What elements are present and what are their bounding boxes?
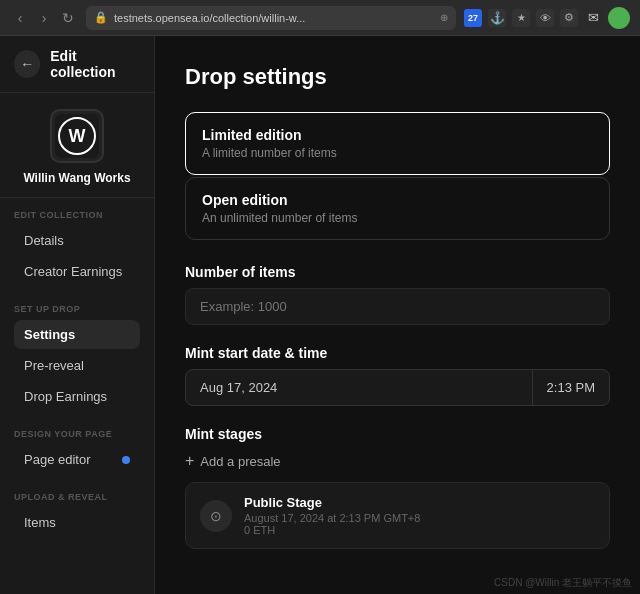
sidebar-item-pre-reveal[interactable]: Pre-reveal [14, 351, 140, 380]
number-of-items-input[interactable] [185, 288, 610, 325]
sidebar-item-settings[interactable]: Settings [14, 320, 140, 349]
limited-edition-desc: A limited number of items [202, 146, 593, 160]
main-content: Drop settings Limited edition A limited … [155, 36, 640, 594]
ext-27-icon[interactable]: 27 [464, 9, 482, 27]
date-field[interactable]: Aug 17, 2024 [186, 370, 532, 405]
app-layout: ← Edit collection W Willin Wang Works ED… [0, 36, 640, 594]
setup-drop-section: SET UP DROP Settings Pre-reveal Drop Ear… [0, 292, 154, 417]
edition-cards: Limited edition A limited number of item… [185, 112, 610, 240]
add-presale-button[interactable]: + Add a presale [185, 452, 610, 470]
sidebar-item-drop-earnings[interactable]: Drop Earnings [14, 382, 140, 411]
number-of-items-group: Number of items [185, 264, 610, 325]
edit-collection-section: EDIT COLLECTION Details Creator Earnings [0, 198, 154, 292]
stage-icon: ⊙ [200, 500, 232, 532]
mint-stages-label: Mint stages [185, 426, 610, 442]
stage-date: August 17, 2024 at 2:13 PM GMT+8 [244, 512, 420, 524]
number-of-items-label: Number of items [185, 264, 610, 280]
forward-nav-button[interactable]: › [34, 8, 54, 28]
address-bar[interactable]: 🔒 testnets.opensea.io/collection/willin-… [86, 6, 456, 30]
open-edition-card[interactable]: Open edition An unlimited number of item… [185, 177, 610, 240]
back-nav-button[interactable]: ‹ [10, 8, 30, 28]
collection-info: W Willin Wang Works [0, 93, 154, 198]
time-field[interactable]: 2:13 PM [532, 370, 609, 405]
date-time-row: Aug 17, 2024 2:13 PM [185, 369, 610, 406]
stage-title: Public Stage [244, 495, 420, 510]
open-edition-desc: An unlimited number of items [202, 211, 593, 225]
ext-opensea-icon[interactable]: ⚓ [488, 9, 506, 27]
limited-edition-card[interactable]: Limited edition A limited number of item… [185, 112, 610, 175]
ext-mail-icon[interactable]: ✉ [584, 9, 602, 27]
page-editor-dot [122, 456, 130, 464]
limited-edition-title: Limited edition [202, 127, 593, 143]
sidebar-item-items[interactable]: Items [14, 508, 140, 537]
stage-price: 0 ETH [244, 524, 420, 536]
collection-logo: W [50, 109, 104, 163]
upload-reveal-section: UPLOAD & REVEAL Items [0, 480, 154, 543]
profile-avatar[interactable] [608, 7, 630, 29]
mint-stages-group: Mint stages + Add a presale ⊙ Public Sta… [185, 426, 610, 549]
browser-actions: 27 ⚓ ★ 👁 ⚙ ✉ [464, 7, 630, 29]
stage-info: Public Stage August 17, 2024 at 2:13 PM … [244, 495, 420, 536]
sidebar-back-button[interactable]: ← [14, 50, 40, 78]
page-title: Drop settings [185, 64, 610, 90]
design-page-section: DESIGN YOUR PAGE Page editor [0, 417, 154, 480]
sidebar-item-details[interactable]: Details [14, 226, 140, 255]
browser-chrome: ‹ › ↻ 🔒 testnets.opensea.io/collection/w… [0, 0, 640, 36]
url-text: testnets.opensea.io/collection/willin-w.… [114, 12, 305, 24]
upload-reveal-label: UPLOAD & REVEAL [14, 492, 140, 502]
add-presale-label: Add a presale [200, 454, 280, 469]
nav-buttons: ‹ › ↻ [10, 8, 78, 28]
collection-name: Willin Wang Works [23, 171, 130, 185]
plus-icon: + [185, 452, 194, 470]
sidebar-item-page-editor[interactable]: Page editor [14, 445, 140, 474]
watermark: CSDN @Willin 老王躺平不摸鱼 [494, 576, 632, 590]
sidebar-header: ← Edit collection [0, 36, 154, 93]
ext-eye-icon[interactable]: 👁 [536, 9, 554, 27]
edit-collection-label: EDIT COLLECTION [14, 210, 140, 220]
setup-drop-label: SET UP DROP [14, 304, 140, 314]
svg-text:W: W [69, 126, 86, 146]
mint-date-group: Mint start date & time Aug 17, 2024 2:13… [185, 345, 610, 406]
sidebar-item-creator-earnings[interactable]: Creator Earnings [14, 257, 140, 286]
sidebar: ← Edit collection W Willin Wang Works ED… [0, 36, 155, 594]
open-edition-title: Open edition [202, 192, 593, 208]
refresh-nav-button[interactable]: ↻ [58, 8, 78, 28]
mint-date-label: Mint start date & time [185, 345, 610, 361]
sidebar-title: Edit collection [50, 48, 140, 80]
ext-settings-icon[interactable]: ⚙ [560, 9, 578, 27]
ext-star-icon[interactable]: ★ [512, 9, 530, 27]
public-stage-card[interactable]: ⊙ Public Stage August 17, 2024 at 2:13 P… [185, 482, 610, 549]
design-page-label: DESIGN YOUR PAGE [14, 429, 140, 439]
